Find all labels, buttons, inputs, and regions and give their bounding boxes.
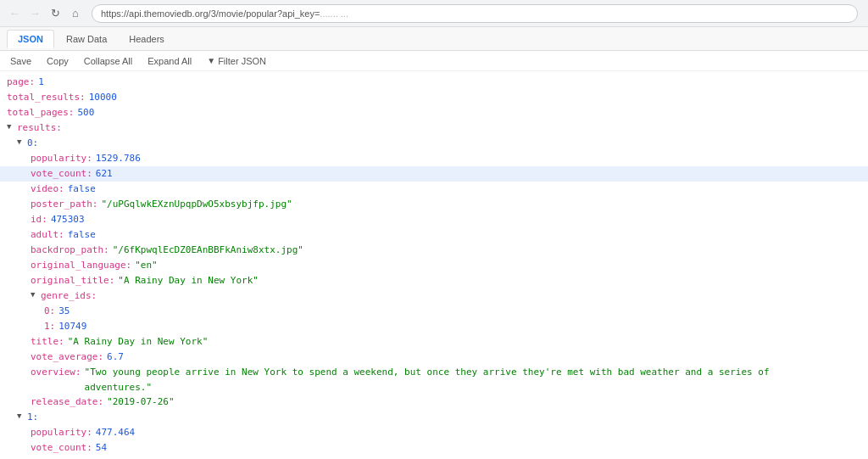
item1-video-value: false (68, 456, 96, 459)
item1-vote-count-key: vote_count: (31, 440, 92, 456)
json-original-title-row: original_title: "A Rainy Day in New York… (0, 273, 868, 288)
original-lang-value: "en" (135, 258, 158, 273)
tab-bar: JSON Raw Data Headers (0, 27, 868, 51)
json-item1-video-row: video: false (0, 456, 868, 459)
backdrop-value: "/6fKpwqlEcDZ0EAnBBFkAniw8xtx.jpg" (113, 243, 303, 258)
item1-popularity-key: popularity: (31, 425, 92, 440)
json-adult-row: adult: false (0, 227, 868, 243)
item1-index: 1: (27, 410, 38, 425)
original-title-value: "A Rainy Day in New York" (118, 273, 259, 288)
vote-avg-value: 6.7 (107, 350, 124, 365)
item1-video-key: video: (31, 456, 64, 459)
genre-1-value: 10749 (58, 319, 86, 334)
title-key: title: (31, 334, 64, 350)
popularity-key: popularity: (31, 151, 92, 166)
genre-ids-collapse[interactable] (31, 288, 39, 300)
url-bar[interactable]: https://api.themoviedb.org/3/movie/popul… (92, 4, 858, 23)
overview-value: "Two young people arrive in New York to … (85, 365, 805, 395)
back-button[interactable]: ← (7, 6, 22, 21)
genre-1-key: 1: (44, 319, 55, 334)
genre-ids-key: genre_ids: (41, 288, 97, 304)
json-poster-path-row: poster_path: "/uPGqlwkEXznUpqpDwO5xbsybj… (0, 197, 868, 212)
tab-json[interactable]: JSON (7, 30, 54, 48)
save-button[interactable]: Save (7, 55, 35, 67)
json-video-row: video: false (0, 182, 868, 197)
json-content: page: 1 total_results: 10000 total_pages… (0, 71, 868, 459)
adult-value: false (68, 227, 96, 243)
home-button[interactable]: ⌂ (68, 6, 83, 21)
item0-index: 0: (27, 136, 38, 151)
forward-button[interactable]: → (27, 6, 42, 21)
json-results-row: results: (0, 120, 868, 136)
item1-vote-count-value: 54 (96, 440, 107, 456)
copy-button[interactable]: Copy (43, 55, 72, 67)
json-vote-count-row: vote_count: 621 (0, 166, 868, 182)
json-overview-row: overview: "Two young people arrive in Ne… (0, 365, 868, 395)
filter-json-label: Filter JSON (218, 56, 266, 66)
vote-count-value: 621 (96, 166, 113, 182)
tab-raw-data[interactable]: Raw Data (56, 31, 117, 48)
poster-path-key: poster_path: (31, 197, 97, 212)
json-original-lang-row: original_language: "en" (0, 258, 868, 273)
url-text: https://api.themoviedb.org/3/movie/popul… (101, 8, 320, 19)
json-genre-0-row: 0: 35 (0, 304, 868, 319)
page-value: 1 (38, 75, 44, 90)
release-date-value: "2019-07-26" (107, 395, 174, 410)
json-backdrop-row: backdrop_path: "/6fKpwqlEcDZ0EAnBBFkAniw… (0, 243, 868, 258)
json-page-row: page: 1 (0, 75, 868, 90)
video-value: false (68, 182, 96, 197)
json-item0-row: 0: (0, 136, 868, 151)
vote-count-key: vote_count: (31, 166, 92, 182)
url-suffix: ....... ... (320, 8, 348, 19)
filter-json-button[interactable]: ▼ Filter JSON (207, 56, 266, 66)
total-results-key: total_results: (7, 90, 86, 105)
json-vote-avg-row: vote_average: 6.7 (0, 350, 868, 365)
json-title-row: title: "A Rainy Day in New York" (0, 334, 868, 350)
json-total-pages-row: total_pages: 500 (0, 105, 868, 120)
json-item1-popularity-row: popularity: 477.464 (0, 425, 868, 440)
results-key: results: (17, 120, 62, 136)
item0-collapse-arrow[interactable] (17, 136, 25, 148)
vote-avg-key: vote_average: (31, 350, 103, 365)
page-key: page: (7, 75, 35, 90)
popularity-value: 1529.786 (96, 151, 141, 166)
toolbar: Save Copy Collapse All Expand All ▼ Filt… (0, 51, 868, 71)
expand-all-button[interactable]: Expand All (144, 55, 195, 67)
release-date-key: release_date: (31, 395, 103, 410)
video-key: video: (31, 182, 64, 197)
original-lang-key: original_language: (31, 258, 131, 273)
json-id-row: id: 475303 (0, 212, 868, 227)
refresh-button[interactable]: ↻ (47, 6, 63, 21)
filter-icon: ▼ (207, 56, 215, 65)
total-results-value: 10000 (89, 90, 117, 105)
genre-0-key: 0: (44, 304, 55, 319)
original-title-key: original_title: (31, 273, 114, 288)
json-genre-ids-row: genre_ids: (0, 288, 868, 304)
item1-collapse-arrow[interactable] (17, 410, 25, 422)
id-key: id: (31, 212, 47, 227)
collapse-all-button[interactable]: Collapse All (81, 55, 136, 67)
backdrop-key: backdrop_path: (31, 243, 109, 258)
total-pages-value: 500 (77, 105, 94, 120)
json-item1-vote-count-row: vote_count: 54 (0, 440, 868, 456)
json-total-results-row: total_results: 10000 (0, 90, 868, 105)
adult-key: adult: (31, 227, 64, 243)
total-pages-key: total_pages: (7, 105, 74, 120)
json-popularity-row: popularity: 1529.786 (0, 151, 868, 166)
results-collapse-arrow[interactable] (7, 120, 15, 132)
item1-popularity-value: 477.464 (96, 425, 135, 440)
json-genre-1-row: 1: 10749 (0, 319, 868, 334)
genre-0-value: 35 (58, 304, 70, 319)
tab-headers[interactable]: Headers (119, 31, 175, 48)
poster-path-value: "/uPGqlwkEXznUpqpDwO5xbsybjfp.jpg" (101, 197, 292, 212)
json-release-date-row: release_date: "2019-07-26" (0, 395, 868, 410)
browser-bar: ← → ↻ ⌂ https://api.themoviedb.org/3/mov… (0, 0, 868, 27)
overview-key: overview: (31, 365, 81, 380)
id-value: 475303 (51, 212, 85, 227)
title-value: "A Rainy Day in New York" (68, 334, 209, 350)
json-item1-row: 1: (0, 410, 868, 425)
